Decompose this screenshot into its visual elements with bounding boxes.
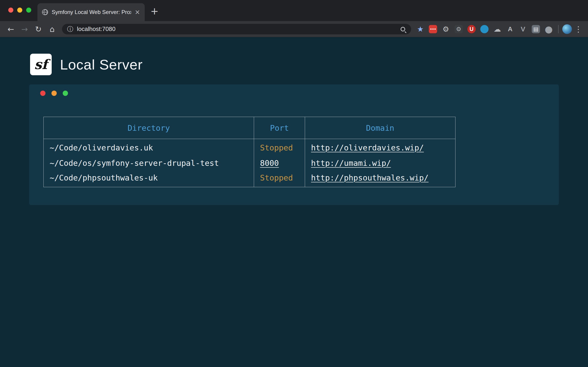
forward-button[interactable]: → (18, 23, 31, 35)
card-window-dots (40, 91, 68, 96)
domain-link[interactable]: http://phpsouthwales.wip/ (311, 173, 429, 182)
browser-toolbar: ← → ↻ ⌂ ⓘ localhost:7080 ★ ⋯ ⚙ ⚙ U ☁ A V… (0, 21, 588, 37)
server-card: Directory Port Domain ~/Code/oliverdavie… (29, 84, 559, 205)
blue-circle-extension-icon[interactable] (479, 23, 490, 35)
directory-cell: ~/Code/phpsouthwales-uk (44, 171, 254, 187)
profile-avatar[interactable] (562, 24, 572, 34)
window-close-button[interactable] (8, 8, 13, 13)
card-red-dot (40, 91, 45, 96)
page-title: Local Server (60, 56, 143, 73)
home-button[interactable]: ⌂ (46, 23, 58, 35)
card-green-dot (63, 91, 68, 96)
port-link[interactable]: 8000 (260, 158, 279, 168)
cloud-extension-icon[interactable]: ☁ (492, 23, 503, 35)
symfony-local-server-page: sf Local Server Directory Port Domain ~/… (0, 37, 588, 367)
page-info-icon[interactable]: ⓘ (67, 25, 73, 33)
github-extension-icon[interactable]: ● (543, 23, 554, 35)
gray-square-extension-icon[interactable]: ▤ (530, 23, 542, 35)
globe-favicon-icon (42, 9, 48, 15)
port-column-header: Port (254, 117, 305, 139)
new-tab-button[interactable]: + (150, 6, 158, 17)
domain-link[interactable]: http://umami.wip/ (311, 158, 391, 168)
table-row: ~/Code/os/symfony-server-drupal-test 800… (44, 155, 456, 171)
symfony-logo: sf (30, 54, 52, 75)
brand-header: sf Local Server (0, 37, 588, 75)
letter-v-extension-icon[interactable]: V (517, 23, 529, 35)
port-status: Stopped (260, 173, 293, 182)
directory-column-header: Directory (44, 117, 254, 139)
servers-table: Directory Port Domain ~/Code/oliverdavie… (43, 117, 456, 187)
address-url: localhost:7080 (77, 25, 397, 33)
directory-cell: ~/Code/oliverdavies.uk (44, 139, 254, 155)
tab-close-icon[interactable]: × (135, 9, 140, 15)
table-row: ~/Code/oliverdavies.uk Stopped http://ol… (44, 139, 456, 155)
toolbar-separator (558, 25, 559, 33)
window-zoom-button[interactable] (26, 8, 31, 13)
bookmark-star-icon[interactable]: ★ (415, 25, 426, 33)
browser-menu-icon[interactable]: ⋮ (573, 25, 583, 34)
table-row: ~/Code/phpsouthwales-uk Stopped http://p… (44, 171, 456, 187)
card-orange-dot (52, 91, 57, 96)
zoom-indicator-icon[interactable] (401, 27, 405, 31)
window-controls (8, 8, 31, 13)
red-dots-extension-icon[interactable]: ⋯ (427, 23, 439, 35)
gear-dark-extension-icon[interactable]: ⚙ (453, 23, 464, 35)
domain-column-header: Domain (305, 117, 456, 139)
port-status: Stopped (260, 143, 293, 152)
gear-light-extension-icon[interactable]: ⚙ (440, 23, 451, 35)
back-button[interactable]: ← (5, 23, 17, 35)
ublock-extension-icon[interactable]: U (466, 23, 477, 35)
address-bar[interactable]: ⓘ localhost:7080 (62, 24, 411, 34)
browser-tab[interactable]: Symfony Local Web Server: Prox × (37, 3, 145, 21)
reload-button[interactable]: ↻ (32, 23, 44, 35)
table-header-row: Directory Port Domain (44, 117, 456, 139)
letter-a-extension-icon[interactable]: A (504, 23, 516, 35)
tab-strip: Symfony Local Web Server: Prox × + (0, 0, 588, 21)
directory-cell: ~/Code/os/symfony-server-drupal-test (44, 155, 254, 171)
domain-link[interactable]: http://oliverdavies.wip/ (311, 143, 424, 152)
tab-title: Symfony Local Web Server: Prox (52, 9, 131, 15)
window-minimize-button[interactable] (17, 8, 22, 13)
